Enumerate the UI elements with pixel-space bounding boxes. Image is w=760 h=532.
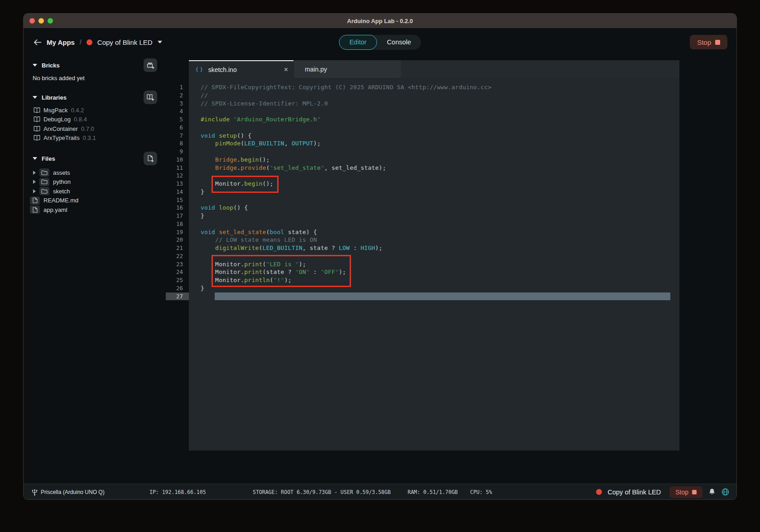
caret-down-icon[interactable]: [33, 64, 37, 67]
window-title: Arduino App Lab - 0.2.0: [24, 18, 736, 24]
add-file-button[interactable]: [144, 152, 157, 165]
library-item[interactable]: MsgPack 0.4.2: [24, 105, 166, 115]
breadcrumb: My Apps / Copy of Blink LED: [34, 38, 162, 46]
code-line: Monitor.begin();: [189, 180, 679, 188]
code-line: //: [189, 91, 679, 100]
line-number: 4: [166, 107, 189, 115]
library-version: 0.3.1: [83, 134, 96, 141]
add-library-button[interactable]: [144, 91, 157, 104]
line-number: 2: [166, 91, 189, 100]
line-number: 9: [166, 148, 189, 156]
brick-plus-icon: [147, 62, 154, 69]
code-line: Bridge.begin();: [189, 156, 679, 164]
line-number: 12: [166, 172, 189, 180]
file-tree-folder[interactable]: python: [24, 177, 166, 187]
library-item[interactable]: ArxContainer 0.7.0: [24, 124, 166, 134]
titlebar: Arduino App Lab - 0.2.0: [24, 14, 736, 28]
editor-tab-sketch-ino[interactable]: () sketch.ino ×: [189, 60, 293, 78]
caret-right-icon: [33, 180, 36, 184]
notifications-bell-icon[interactable]: [708, 488, 716, 496]
sidebar: Bricks No bricks added yet Libraries: [24, 57, 166, 451]
line-number: 22: [166, 252, 189, 260]
code-line: [189, 172, 679, 180]
line-number: 17: [166, 212, 189, 220]
line-number: 7: [166, 132, 189, 140]
stop-square-icon: [715, 40, 720, 45]
statusbar-app-name: Copy of Blink LED: [608, 489, 661, 496]
code-pane[interactable]: // SPDX-FileCopyrightText: Copyright (C)…: [189, 78, 679, 451]
code-line: [189, 107, 679, 115]
library-item[interactable]: DebugLog 0.8.4: [24, 115, 166, 125]
editor-panel: () sketch.ino × main.py 1234567891011121…: [166, 60, 679, 451]
code-line: [189, 124, 679, 132]
code-line: [189, 292, 679, 301]
library-list: MsgPack 0.4.2 DebugLog 0.8.4 ArxContaine…: [24, 105, 166, 143]
code-line: void setup() {: [189, 132, 679, 140]
my-apps-link[interactable]: My Apps: [47, 38, 75, 46]
library-name: DebugLog: [43, 116, 71, 123]
library-version: 0.8.4: [74, 116, 87, 123]
line-number: 23: [166, 260, 189, 268]
line-number: 26: [166, 284, 189, 292]
code-editor[interactable]: 1234567891011121314151617181920212223242…: [166, 78, 679, 451]
file-plus-icon: [147, 155, 154, 163]
editor-tab-main-py[interactable]: main.py: [293, 60, 401, 78]
code-brackets-icon: (): [195, 66, 204, 73]
statusbar-right: Copy of Blink LED Stop: [596, 484, 729, 500]
app-name[interactable]: Copy of Blink LED: [97, 38, 153, 46]
code-line: void loop() {: [189, 204, 679, 212]
book-plus-icon: [146, 94, 154, 101]
tab-editor[interactable]: Editor: [339, 35, 377, 50]
file-tree-folder[interactable]: sketch: [24, 187, 166, 196]
line-number: 18: [166, 220, 189, 228]
breadcrumb-separator: /: [80, 38, 82, 46]
stop-button[interactable]: Stop: [690, 35, 727, 49]
bricks-section-header[interactable]: Bricks: [24, 58, 166, 72]
code-line: }: [189, 212, 679, 220]
close-tab-icon[interactable]: ×: [284, 66, 288, 74]
line-number: 15: [166, 196, 189, 204]
caret-down-icon[interactable]: [33, 96, 37, 99]
ip-address: IP: 192.168.66.105: [149, 484, 206, 500]
code-line: }: [189, 188, 679, 196]
code-line: }: [189, 284, 679, 292]
code-line: // SPDX-FileCopyrightText: Copyright (C)…: [189, 83, 679, 91]
globe-icon[interactable]: [722, 488, 729, 496]
line-number: 1: [166, 83, 189, 91]
device-name: Priscella (Arduino UNO Q): [41, 489, 105, 495]
files-section-title: Files: [42, 155, 55, 162]
files-section-header[interactable]: Files: [24, 152, 166, 165]
file-tree-folder[interactable]: assets: [24, 168, 166, 177]
code-line: // SPDX-License-Identifier: MPL-2.0: [189, 100, 679, 108]
folder-icon: [39, 168, 49, 177]
view-toggle: Editor Console: [339, 35, 421, 50]
screen: Arduino App Lab - 0.2.0 My Apps / Copy o…: [0, 0, 760, 532]
tab-console[interactable]: Console: [377, 35, 421, 50]
libraries-section-header[interactable]: Libraries: [24, 91, 166, 104]
folder-name: python: [53, 178, 71, 185]
file-name: app.yaml: [43, 206, 67, 213]
chevron-down-icon[interactable]: [158, 41, 162, 44]
back-arrow-icon[interactable]: [34, 39, 42, 46]
statusbar-stop-button[interactable]: Stop: [669, 486, 702, 498]
stop-button-label: Stop: [675, 489, 688, 496]
device-status[interactable]: Priscella (Arduino UNO Q): [32, 484, 105, 500]
add-brick-button[interactable]: [144, 58, 157, 72]
file-tree-file[interactable]: README.md: [24, 196, 166, 206]
library-name: MsgPack: [43, 107, 67, 114]
code-line: pinMode(LED_BUILTIN, OUTPUT);: [189, 139, 679, 148]
library-version: 0.4.2: [71, 107, 84, 114]
line-number: 3: [166, 100, 189, 108]
active-line-highlight: [215, 292, 670, 301]
file-tree-file[interactable]: app.yaml: [24, 205, 166, 215]
library-item[interactable]: ArxTypeTraits 0.3.1: [24, 134, 166, 143]
tab-label: sketch.ino: [208, 66, 237, 73]
file-tree: assets python sketch README.md app.yaml: [24, 168, 166, 215]
line-number-gutter: 1234567891011121314151617181920212223242…: [166, 78, 189, 451]
line-number: 8: [166, 139, 189, 148]
book-icon: [34, 107, 40, 113]
caret-down-icon[interactable]: [33, 157, 37, 160]
code-line: void set_led_state(bool state) {: [189, 228, 679, 236]
line-number: 21: [166, 244, 189, 252]
folder-icon: [39, 178, 49, 186]
